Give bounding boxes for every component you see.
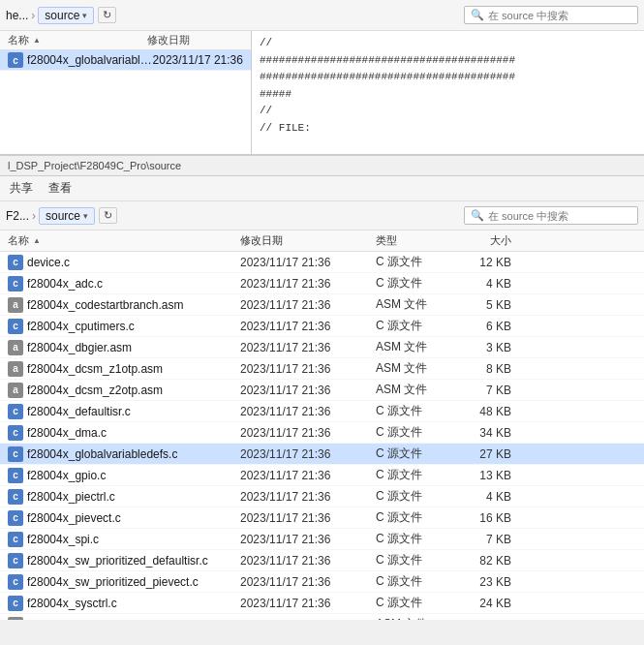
top-pane: he... › source ▾ ↻ 🔍 名称 ▲ 修改日期	[0, 0, 644, 155]
bottom-file-type: ASM 文件	[376, 360, 453, 377]
bottom-breadcrumb-label: source	[46, 209, 80, 223]
bottom-file-row[interactable]: c f28004x_globalvariabledefs.c 2023/11/1…	[0, 444, 644, 465]
bottom-file-name: f28004x_dma.c	[27, 426, 107, 440]
bottom-file-type: ASM 文件	[376, 339, 453, 355]
bottom-file-date: 2023/11/17 21:36	[240, 277, 376, 291]
bottom-breadcrumb-parent[interactable]: F2...	[6, 209, 29, 223]
bottom-file-date: 2023/11/17 21:36	[240, 597, 376, 610]
bottom-file-date: 2023/11/17 21:36	[240, 490, 376, 504]
top-col-name-label: 名称	[8, 33, 29, 47]
bottom-file-date: 2023/11/17 21:36	[240, 618, 376, 621]
bottom-breadcrumb-current[interactable]: source ▾	[39, 207, 95, 225]
file-icon: c	[8, 510, 23, 526]
bottom-col-name-label: 名称	[8, 233, 29, 248]
bottom-file-type: ASM 文件	[376, 296, 453, 313]
top-file-name: f28004x_globalvariabledefs.c	[27, 53, 153, 67]
top-file-date: 2023/11/17 21:36	[153, 53, 243, 67]
file-icon: a	[8, 297, 23, 313]
bottom-file-row[interactable]: c f28004x_gpio.c 2023/11/17 21:36 C 源文件 …	[0, 465, 644, 486]
bottom-file-type: C 源文件	[376, 595, 453, 611]
file-icon: c	[8, 553, 23, 568]
share-button[interactable]: 共享	[6, 179, 37, 198]
bottom-file-row[interactable]: c f28004x_defaultisr.c 2023/11/17 21:36 …	[0, 401, 644, 422]
bottom-breadcrumb: F2... › source ▾	[6, 207, 95, 225]
file-icon: c	[8, 489, 23, 505]
bottom-file-row[interactable]: c f28004x_sysctrl.c 2023/11/17 21:36 C 源…	[0, 593, 644, 614]
bottom-col-date-label: 修改日期	[240, 234, 283, 246]
bottom-file-size: 23 KB	[453, 575, 511, 589]
bottom-file-name: f28004x_defaultisr.c	[27, 405, 131, 418]
bottom-file-size: 27 KB	[453, 447, 511, 461]
top-file-row[interactable]: c f28004x_globalvariabledefs.c 2023/11/1…	[0, 50, 251, 71]
bottom-file-row[interactable]: c device.c 2023/11/17 21:36 C 源文件 12 KB	[0, 252, 644, 273]
code-line-4: #####	[260, 86, 636, 104]
breadcrumb-parent[interactable]: he...	[6, 9, 28, 22]
file-icon: c	[8, 255, 23, 270]
bottom-file-row[interactable]: c f28004x_sw_prioritized_pievect.c 2023/…	[0, 571, 644, 593]
bottom-file-date: 2023/11/17 21:36	[240, 320, 376, 333]
bottom-file-name: f28004x_usdelay.asm	[27, 618, 139, 621]
bottom-file-type: C 源文件	[376, 467, 453, 483]
bottom-file-row[interactable]: c f28004x_sw_prioritized_defaultisr.c 20…	[0, 550, 644, 571]
bottom-file-date: 2023/11/17 21:36	[240, 554, 376, 568]
bottom-file-row[interactable]: a f28004x_dcsm_z2otp.asm 2023/11/17 21:3…	[0, 380, 644, 401]
bottom-search-box: 🔍	[464, 206, 638, 225]
bottom-file-date: 2023/11/17 21:36	[240, 533, 376, 546]
bottom-file-row[interactable]: a f28004x_codestartbranch.asm 2023/11/17…	[0, 294, 644, 316]
bottom-file-name: f28004x_dbgier.asm	[27, 341, 132, 354]
file-icon: c	[8, 319, 23, 334]
bottom-file-date: 2023/11/17 21:36	[240, 469, 376, 482]
bottom-file-name: f28004x_gpio.c	[27, 469, 106, 482]
bottom-file-row[interactable]: c f28004x_dma.c 2023/11/17 21:36 C 源文件 3…	[0, 422, 644, 444]
top-refresh-button[interactable]: ↻	[98, 7, 116, 23]
bottom-file-size: 24 KB	[453, 597, 511, 610]
bottom-file-size: 4 KB	[453, 490, 511, 504]
bottom-search-icon: 🔍	[471, 209, 484, 222]
bottom-file-row[interactable]: c f28004x_pievect.c 2023/11/17 21:36 C 源…	[0, 507, 644, 529]
bottom-file-size: 7 KB	[453, 533, 511, 546]
code-line-1: //	[260, 35, 636, 52]
bottom-chevron-icon: ▾	[83, 211, 88, 221]
bottom-nav: F2... › source ▾ ↻ 🔍	[0, 201, 644, 230]
bottom-file-size: 82 KB	[453, 554, 511, 568]
bottom-file-name: f28004x_globalvariabledefs.c	[27, 447, 177, 461]
bottom-file-type: C 源文件	[376, 488, 453, 505]
file-icon: c	[8, 596, 23, 611]
bottom-file-name: f28004x_codestartbranch.asm	[27, 298, 183, 312]
bottom-file-date: 2023/11/17 21:36	[240, 384, 376, 397]
top-split-container: 名称 ▲ 修改日期 c f28004x_globalvariabledefs.c…	[0, 31, 644, 155]
bottom-file-type: C 源文件	[376, 552, 453, 568]
bottom-breadcrumb-sep: ›	[32, 209, 36, 223]
code-line-5: //	[260, 103, 636, 120]
bottom-search-input[interactable]	[488, 210, 631, 222]
bottom-file-row[interactable]: c f28004x_cputimers.c 2023/11/17 21:36 C…	[0, 316, 644, 337]
file-icon: c	[8, 532, 23, 547]
top-search-input[interactable]	[488, 10, 631, 21]
bottom-file-name: f28004x_pievect.c	[27, 511, 121, 525]
bottom-action-toolbar: 共享 查看	[0, 176, 644, 201]
bottom-file-size: 34 KB	[453, 426, 511, 440]
search-icon: 🔍	[471, 9, 484, 21]
file-icon: a	[8, 340, 23, 355]
bottom-file-row[interactable]: a f28004x_usdelay.asm 2023/11/17 21:36 A…	[0, 614, 644, 620]
bottom-file-name: f28004x_sw_prioritized_pievect.c	[27, 575, 199, 589]
bottom-file-size: 13 KB	[453, 469, 511, 482]
breadcrumb-current-label: source	[45, 9, 79, 22]
bottom-file-row[interactable]: a f28004x_dcsm_z1otp.asm 2023/11/17 21:3…	[0, 358, 644, 380]
bottom-file-list: c device.c 2023/11/17 21:36 C 源文件 12 KB …	[0, 252, 644, 620]
code-preview-pane: // #####################################…	[252, 31, 644, 155]
bottom-file-row[interactable]: c f28004x_adc.c 2023/11/17 21:36 C 源文件 4…	[0, 273, 644, 294]
bottom-file-row[interactable]: a f28004x_dbgier.asm 2023/11/17 21:36 AS…	[0, 337, 644, 358]
bottom-file-row[interactable]: c f28004x_spi.c 2023/11/17 21:36 C 源文件 7…	[0, 529, 644, 550]
view-button[interactable]: 查看	[45, 179, 76, 198]
top-file-header: 名称 ▲ 修改日期	[0, 31, 251, 50]
bottom-file-type: ASM 文件	[376, 382, 453, 398]
bottom-file-size: 12 KB	[453, 256, 511, 269]
bottom-refresh-button[interactable]: ↻	[99, 207, 117, 224]
bottom-pane: F2... › source ▾ ↻ 🔍 名称 ▲ 修改日期 类型 大小	[0, 201, 644, 620]
bottom-file-size: 6 KB	[453, 320, 511, 333]
bottom-file-name: f28004x_cputimers.c	[27, 320, 135, 333]
breadcrumb-current-item[interactable]: source ▾	[38, 7, 94, 24]
bottom-file-row[interactable]: c f28004x_piectrl.c 2023/11/17 21:36 C 源…	[0, 486, 644, 507]
chevron-down-icon: ▾	[82, 11, 87, 20]
